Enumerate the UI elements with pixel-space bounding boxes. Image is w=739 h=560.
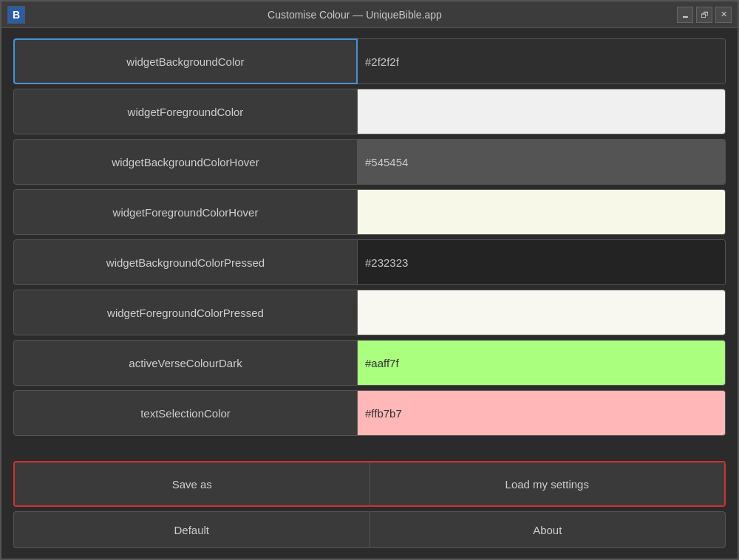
about-button[interactable]: About bbox=[370, 511, 726, 548]
close-button[interactable]: ✕ bbox=[715, 7, 732, 23]
color-swatch-widgetBackgroundColor bbox=[358, 39, 725, 83]
color-row: textSelectionColor#ffb7b7 bbox=[13, 390, 726, 436]
title-bar: B Customise Colour — UniqueBible.app 🗕 🗗… bbox=[1, 1, 738, 28]
color-swatch-widgetBackgroundColorPressed bbox=[358, 240, 725, 284]
color-row: widgetForegroundColorPressed bbox=[13, 290, 726, 335]
main-window: B Customise Colour — UniqueBible.app 🗕 🗗… bbox=[0, 0, 739, 560]
color-label-textSelectionColor[interactable]: textSelectionColor bbox=[13, 390, 358, 436]
window-controls: 🗕 🗗 ✕ bbox=[677, 7, 732, 23]
color-hex-activeVerseColourDark: #aaff7f bbox=[365, 357, 399, 369]
color-row: widgetBackgroundColorPressed#232323 bbox=[13, 239, 726, 285]
color-label-widgetBackgroundColorHover[interactable]: widgetBackgroundColorHover bbox=[13, 139, 358, 185]
window-title: Customise Colour — UniqueBible.app bbox=[33, 9, 677, 21]
color-value-widgetForegroundColorPressed[interactable] bbox=[358, 290, 726, 335]
restore-button[interactable]: 🗗 bbox=[696, 7, 712, 23]
color-label-widgetForegroundColor[interactable]: widgetForegroundColor bbox=[13, 89, 358, 134]
color-label-widgetBackgroundColorPressed[interactable]: widgetBackgroundColorPressed bbox=[13, 239, 358, 285]
primary-action-row: Save as Load my settings bbox=[13, 461, 726, 507]
color-swatch-widgetForegroundColorPressed bbox=[358, 290, 725, 335]
color-swatch-widgetBackgroundColorHover bbox=[358, 140, 725, 184]
bottom-section: Save as Load my settings Default About bbox=[1, 461, 738, 559]
color-list: widgetBackgroundColor#2f2f2fwidgetForegr… bbox=[1, 28, 738, 461]
color-value-textSelectionColor[interactable]: #ffb7b7 bbox=[358, 390, 726, 436]
color-label-activeVerseColourDark[interactable]: activeVerseColourDark bbox=[13, 340, 358, 386]
color-label-widgetForegroundColorHover[interactable]: widgetForegroundColorHover bbox=[13, 189, 358, 235]
color-value-widgetBackgroundColor[interactable]: #2f2f2f bbox=[358, 38, 726, 84]
color-swatch-textSelectionColor bbox=[358, 391, 725, 435]
color-hex-widgetBackgroundColorHover: #545454 bbox=[365, 156, 408, 168]
save-as-button[interactable]: Save as bbox=[15, 462, 370, 505]
color-hex-textSelectionColor: #ffb7b7 bbox=[365, 407, 402, 420]
minimize-button[interactable]: 🗕 bbox=[677, 7, 693, 23]
color-value-widgetBackgroundColorHover[interactable]: #545454 bbox=[358, 139, 726, 185]
app-icon: B bbox=[7, 6, 25, 24]
color-row: widgetBackgroundColor#2f2f2f bbox=[13, 38, 726, 84]
default-button[interactable]: Default bbox=[13, 511, 370, 548]
color-label-widgetBackgroundColor[interactable]: widgetBackgroundColor bbox=[13, 38, 358, 84]
color-row: activeVerseColourDark#aaff7f bbox=[13, 340, 726, 386]
color-swatch-activeVerseColourDark bbox=[358, 341, 725, 385]
color-swatch-widgetForegroundColorHover bbox=[358, 190, 725, 234]
color-swatch-widgetForegroundColor bbox=[358, 89, 725, 134]
color-value-widgetBackgroundColorPressed[interactable]: #232323 bbox=[358, 239, 726, 285]
color-hex-widgetBackgroundColorPressed: #232323 bbox=[365, 256, 408, 269]
color-hex-widgetBackgroundColor: #2f2f2f bbox=[365, 55, 399, 68]
footer-row: Default About bbox=[13, 511, 726, 548]
color-row: widgetBackgroundColorHover#545454 bbox=[13, 139, 726, 185]
color-row: widgetForegroundColorHover bbox=[13, 189, 726, 235]
color-value-activeVerseColourDark[interactable]: #aaff7f bbox=[358, 340, 726, 386]
color-label-widgetForegroundColorPressed[interactable]: widgetForegroundColorPressed bbox=[13, 290, 358, 335]
color-row: widgetForegroundColor bbox=[13, 89, 726, 134]
load-my-settings-button[interactable]: Load my settings bbox=[370, 462, 725, 505]
color-value-widgetForegroundColor[interactable] bbox=[358, 89, 726, 134]
color-value-widgetForegroundColorHover[interactable] bbox=[358, 189, 726, 235]
